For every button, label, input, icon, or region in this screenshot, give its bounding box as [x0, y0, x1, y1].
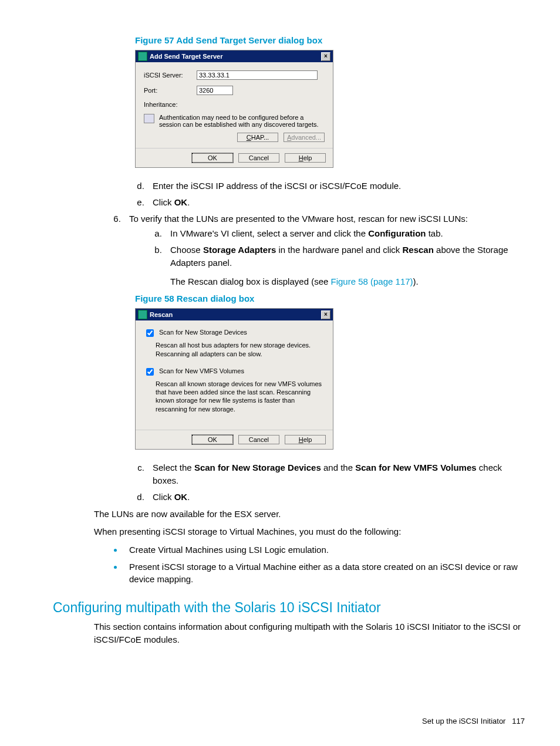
iscsi-server-label: iSCSI Server: [144, 72, 197, 79]
ok-button[interactable]: OK [192, 153, 233, 163]
scan-vmfs-label: Scan for New VMFS Volumes [159, 367, 244, 374]
page-footer: Set up the iSCSI Initiator 117 [35, 717, 525, 725]
cancel-button[interactable]: Cancel [238, 153, 279, 163]
inheritance-label: Inheritance: [144, 101, 197, 108]
scan-storage-checkbox[interactable] [146, 329, 154, 337]
cancel-button[interactable]: Cancel [238, 435, 279, 444]
dialog-title-text: Add Send Target Server [150, 53, 223, 60]
scan-vmfs-desc: Rescan all known storage devices for new… [156, 380, 325, 413]
close-icon[interactable]: × [321, 310, 330, 319]
ok-button[interactable]: OK [192, 435, 233, 444]
step-6c: Select the Scan for New Storage Devices … [147, 461, 525, 487]
figure-58-link[interactable]: Figure 58 (page 117) [331, 276, 413, 286]
section-heading-solaris: Configuring multipath with the Solaris 1… [53, 600, 525, 616]
presenting-storage-text: When presenting iSCSI storage to Virtual… [94, 525, 525, 538]
rescan-dialog: Rescan × Scan for New Storage Devices Re… [135, 308, 333, 450]
step-6: To verify that the LUNs are presented to… [123, 212, 525, 288]
app-icon [138, 52, 147, 61]
port-input[interactable] [197, 86, 233, 95]
dialog-titlebar: Rescan × [136, 309, 333, 320]
chap-button[interactable]: CHAP... [237, 133, 278, 142]
help-button[interactable]: Help [285, 153, 326, 163]
luns-available-text: The LUNs are now available for the ESX s… [94, 508, 525, 521]
iscsi-server-input[interactable] [197, 70, 318, 80]
scan-storage-label: Scan for New Storage Devices [159, 329, 247, 336]
info-icon [144, 114, 154, 123]
figure-57-caption: Figure 57 Add Send Target Server dialog … [135, 35, 525, 45]
dialog-title-text: Rescan [150, 311, 173, 318]
step-6a: In VMware's VI client, select a server a… [164, 227, 525, 240]
scan-storage-desc: Rescan all host bus adapters for new sto… [156, 341, 325, 358]
add-send-target-dialog: Add Send Target Server × iSCSI Server: P… [135, 50, 333, 168]
figure-58-caption: Figure 58 Rescan dialog box [135, 293, 525, 303]
auth-info-text: Authentication may need to be configured… [159, 114, 325, 128]
app-icon [138, 310, 147, 319]
help-button[interactable]: Help [285, 435, 326, 444]
step-d: Enter the iSCSI IP address of the iSCSI … [147, 180, 525, 193]
step-6b: Choose Storage Adapters in the hardware … [164, 244, 525, 288]
step-6d: Click OK. [147, 491, 525, 504]
step-e: Click OK. [147, 196, 525, 209]
scan-vmfs-checkbox[interactable] [146, 368, 154, 376]
section-intro-text: This section contains information about … [94, 620, 525, 646]
advanced-button[interactable]: Advanced... [284, 133, 325, 142]
bullet-present: Present iSCSI storage to a Virtual Machi… [123, 560, 525, 586]
dialog-titlebar: Add Send Target Server × [136, 50, 333, 62]
port-label: Port: [144, 87, 197, 94]
close-icon[interactable]: × [321, 52, 330, 61]
bullet-lsi: Create Virtual Machines using LSI Logic … [123, 543, 525, 556]
